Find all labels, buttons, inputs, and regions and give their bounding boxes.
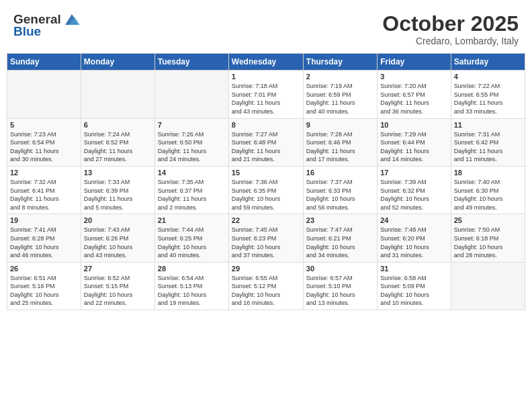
calendar-week-row: 1Sunrise: 7:18 AM Sunset: 7:01 PM Daylig… (7, 71, 525, 118)
calendar-cell: 8Sunrise: 7:27 AM Sunset: 6:48 PM Daylig… (228, 118, 303, 166)
logo-icon (62, 13, 81, 26)
day-number: 29 (232, 265, 300, 273)
day-info: Sunrise: 7:47 AM Sunset: 6:21 PM Dayligh… (306, 226, 374, 259)
day-number: 25 (454, 216, 522, 224)
day-number: 15 (232, 169, 300, 177)
day-info: Sunrise: 7:22 AM Sunset: 6:55 PM Dayligh… (454, 82, 522, 116)
day-info: Sunrise: 6:58 AM Sunset: 5:09 PM Dayligh… (380, 274, 447, 308)
calendar-cell: 14Sunrise: 7:35 AM Sunset: 6:37 PM Dayli… (154, 166, 228, 214)
day-number: 4 (454, 73, 522, 81)
day-number: 16 (306, 169, 374, 177)
day-info: Sunrise: 7:28 AM Sunset: 6:46 PM Dayligh… (306, 130, 374, 164)
day-info: Sunrise: 7:45 AM Sunset: 6:23 PM Dayligh… (232, 226, 300, 259)
weekday-header: Sunday (7, 54, 81, 71)
calendar-cell: 15Sunrise: 7:36 AM Sunset: 6:35 PM Dayli… (228, 166, 303, 214)
calendar-cell: 3Sunrise: 7:20 AM Sunset: 6:57 PM Daylig… (378, 71, 451, 118)
calendar-cell: 22Sunrise: 7:45 AM Sunset: 6:23 PM Dayli… (228, 214, 303, 262)
calendar-cell: 23Sunrise: 7:47 AM Sunset: 6:21 PM Dayli… (303, 214, 377, 262)
day-info: Sunrise: 7:36 AM Sunset: 6:35 PM Dayligh… (232, 178, 300, 212)
day-number: 27 (84, 265, 152, 273)
weekday-header-row: SundayMondayTuesdayWednesdayThursdayFrid… (7, 54, 525, 71)
day-number: 9 (306, 121, 374, 129)
day-number: 22 (232, 216, 300, 224)
calendar-cell (81, 71, 154, 118)
weekday-header: Saturday (451, 54, 525, 71)
calendar-cell: 29Sunrise: 6:55 AM Sunset: 5:12 PM Dayli… (228, 262, 303, 310)
day-info: Sunrise: 6:57 AM Sunset: 5:10 PM Dayligh… (306, 274, 374, 308)
page-header: General Blue October 2025 Credaro, Lomba… (7, 7, 525, 50)
location-subtitle: Credaro, Lombardy, Italy (382, 36, 519, 46)
calendar-cell: 4Sunrise: 7:22 AM Sunset: 6:55 PM Daylig… (451, 71, 525, 118)
day-number: 31 (380, 265, 447, 273)
calendar-cell: 18Sunrise: 7:40 AM Sunset: 6:30 PM Dayli… (451, 166, 525, 214)
day-info: Sunrise: 7:35 AM Sunset: 6:37 PM Dayligh… (158, 178, 226, 212)
calendar-week-row: 12Sunrise: 7:32 AM Sunset: 6:41 PM Dayli… (7, 166, 525, 214)
day-info: Sunrise: 7:39 AM Sunset: 6:32 PM Dayligh… (380, 178, 447, 212)
calendar-week-row: 26Sunrise: 6:51 AM Sunset: 5:16 PM Dayli… (7, 262, 525, 310)
day-number: 11 (454, 121, 522, 129)
day-number: 6 (84, 121, 152, 129)
logo: General Blue (13, 12, 81, 39)
calendar-cell: 21Sunrise: 7:44 AM Sunset: 6:25 PM Dayli… (154, 214, 228, 262)
day-info: Sunrise: 7:33 AM Sunset: 6:39 PM Dayligh… (84, 178, 152, 212)
day-info: Sunrise: 7:41 AM Sunset: 6:28 PM Dayligh… (10, 226, 78, 259)
day-info: Sunrise: 6:52 AM Sunset: 5:15 PM Dayligh… (84, 274, 152, 308)
day-number: 12 (10, 169, 78, 177)
calendar-cell: 11Sunrise: 7:31 AM Sunset: 6:42 PM Dayli… (451, 118, 525, 166)
calendar-cell: 7Sunrise: 7:26 AM Sunset: 6:50 PM Daylig… (154, 118, 228, 166)
calendar-table: SundayMondayTuesdayWednesdayThursdayFrid… (7, 53, 525, 310)
day-info: Sunrise: 7:18 AM Sunset: 7:01 PM Dayligh… (232, 82, 300, 116)
day-number: 17 (380, 169, 447, 177)
weekday-header: Wednesday (228, 54, 303, 71)
day-number: 10 (380, 121, 447, 129)
title-block: October 2025 Credaro, Lombardy, Italy (382, 12, 519, 46)
day-info: Sunrise: 7:37 AM Sunset: 6:33 PM Dayligh… (306, 178, 374, 212)
day-number: 13 (84, 169, 152, 177)
day-number: 30 (306, 265, 374, 273)
day-number: 8 (232, 121, 300, 129)
calendar-cell: 17Sunrise: 7:39 AM Sunset: 6:32 PM Dayli… (378, 166, 451, 214)
day-info: Sunrise: 7:32 AM Sunset: 6:41 PM Dayligh… (10, 178, 78, 212)
day-number: 14 (158, 169, 226, 177)
weekday-header: Tuesday (154, 54, 228, 71)
calendar-cell: 27Sunrise: 6:52 AM Sunset: 5:15 PM Dayli… (81, 262, 154, 310)
day-info: Sunrise: 7:44 AM Sunset: 6:25 PM Dayligh… (158, 226, 226, 259)
day-info: Sunrise: 7:20 AM Sunset: 6:57 PM Dayligh… (380, 82, 447, 116)
calendar-week-row: 5Sunrise: 7:23 AM Sunset: 6:54 PM Daylig… (7, 118, 525, 166)
calendar-week-row: 19Sunrise: 7:41 AM Sunset: 6:28 PM Dayli… (7, 214, 525, 262)
month-title: October 2025 (382, 12, 519, 36)
calendar-cell (154, 71, 228, 118)
day-number: 18 (454, 169, 522, 177)
calendar-cell: 28Sunrise: 6:54 AM Sunset: 5:13 PM Dayli… (154, 262, 228, 310)
calendar-cell: 1Sunrise: 7:18 AM Sunset: 7:01 PM Daylig… (228, 71, 303, 118)
calendar-cell: 30Sunrise: 6:57 AM Sunset: 5:10 PM Dayli… (303, 262, 377, 310)
calendar-cell: 9Sunrise: 7:28 AM Sunset: 6:46 PM Daylig… (303, 118, 377, 166)
logo-blue: Blue (13, 24, 41, 39)
day-info: Sunrise: 7:24 AM Sunset: 6:52 PM Dayligh… (84, 130, 152, 164)
day-info: Sunrise: 7:31 AM Sunset: 6:42 PM Dayligh… (454, 130, 522, 164)
calendar-cell: 19Sunrise: 7:41 AM Sunset: 6:28 PM Dayli… (7, 214, 81, 262)
day-info: Sunrise: 7:23 AM Sunset: 6:54 PM Dayligh… (10, 130, 78, 164)
calendar-cell: 13Sunrise: 7:33 AM Sunset: 6:39 PM Dayli… (81, 166, 154, 214)
calendar-cell: 26Sunrise: 6:51 AM Sunset: 5:16 PM Dayli… (7, 262, 81, 310)
calendar-cell: 25Sunrise: 7:50 AM Sunset: 6:18 PM Dayli… (451, 214, 525, 262)
day-number: 7 (158, 121, 226, 129)
day-number: 23 (306, 216, 374, 224)
day-info: Sunrise: 7:26 AM Sunset: 6:50 PM Dayligh… (158, 130, 226, 164)
calendar-cell: 31Sunrise: 6:58 AM Sunset: 5:09 PM Dayli… (378, 262, 451, 310)
calendar-cell: 5Sunrise: 7:23 AM Sunset: 6:54 PM Daylig… (7, 118, 81, 166)
day-info: Sunrise: 7:29 AM Sunset: 6:44 PM Dayligh… (380, 130, 447, 164)
day-info: Sunrise: 7:40 AM Sunset: 6:30 PM Dayligh… (454, 178, 522, 212)
day-number: 5 (10, 121, 78, 129)
day-number: 3 (380, 73, 447, 81)
day-number: 20 (84, 216, 152, 224)
day-info: Sunrise: 6:55 AM Sunset: 5:12 PM Dayligh… (232, 274, 300, 308)
calendar-cell: 10Sunrise: 7:29 AM Sunset: 6:44 PM Dayli… (378, 118, 451, 166)
weekday-header: Monday (81, 54, 154, 71)
day-info: Sunrise: 7:19 AM Sunset: 6:59 PM Dayligh… (306, 82, 374, 116)
weekday-header: Thursday (303, 54, 377, 71)
calendar-cell: 20Sunrise: 7:43 AM Sunset: 6:26 PM Dayli… (81, 214, 154, 262)
calendar-cell: 24Sunrise: 7:48 AM Sunset: 6:20 PM Dayli… (378, 214, 451, 262)
day-number: 1 (232, 73, 300, 81)
day-info: Sunrise: 6:51 AM Sunset: 5:16 PM Dayligh… (10, 274, 78, 308)
